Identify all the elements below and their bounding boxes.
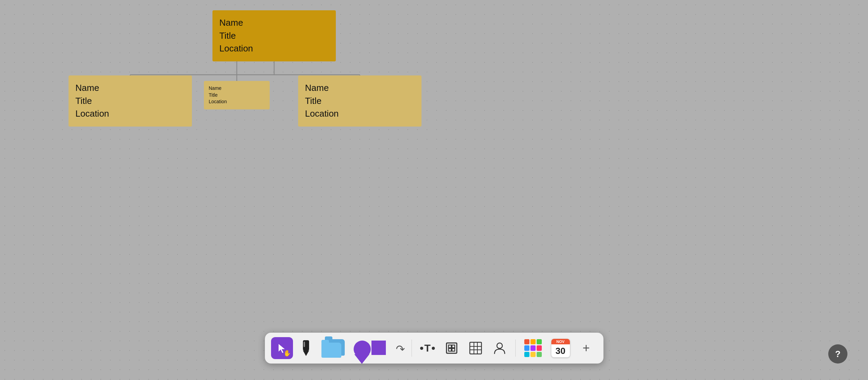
app-dot-9	[537, 352, 542, 357]
frame-icon	[445, 342, 458, 354]
folder-stack-icon	[321, 338, 348, 358]
org-node-center[interactable]: Name Title Location	[204, 81, 270, 109]
triangle-shape-icon	[354, 354, 369, 364]
connector-lines	[0, 0, 868, 380]
org-node-left[interactable]: Name Title Location	[69, 75, 192, 127]
svg-rect-13	[304, 342, 305, 347]
node-right-name: Name	[305, 82, 415, 95]
table-icon	[469, 342, 482, 355]
calendar-tool[interactable]: NOV 30	[548, 337, 573, 359]
apps-grid-icon	[524, 339, 542, 357]
pointer-tool[interactable]: ✋	[271, 337, 293, 359]
person-icon	[493, 342, 506, 355]
org-node-root[interactable]: Name Title Location	[212, 10, 336, 61]
svg-marker-12	[303, 351, 309, 356]
square-shape-icon	[371, 341, 386, 355]
node-left-location: Location	[75, 107, 185, 120]
node-root-title: Title	[219, 29, 329, 43]
node-left-title: Title	[75, 95, 185, 108]
shapes-tool[interactable]: ↷	[352, 337, 407, 359]
app-dot-3	[537, 339, 542, 344]
svg-rect-18	[452, 348, 455, 351]
svg-rect-15	[449, 345, 451, 348]
node-root-location: Location	[219, 42, 329, 55]
add-tool[interactable]: +	[575, 337, 597, 359]
table-tool[interactable]	[465, 337, 487, 359]
app-dot-2	[530, 339, 536, 344]
folder-front-icon	[321, 343, 341, 358]
svg-rect-19	[470, 342, 481, 354]
divider-1	[412, 340, 412, 357]
app-dot-1	[524, 339, 529, 344]
node-center-title: Title	[209, 92, 265, 99]
pen-tool[interactable]	[295, 337, 317, 359]
folders-tool[interactable]	[319, 337, 350, 359]
hand-icon: ✋	[283, 349, 291, 357]
divider-2	[515, 340, 516, 357]
t-letter: T	[424, 342, 430, 354]
shapes-icon: ↷	[354, 338, 405, 358]
app-dot-8	[530, 352, 536, 357]
canvas: Name Title Location Name Title Location …	[0, 0, 868, 380]
app-dot-7	[524, 352, 529, 357]
person-tool[interactable]	[489, 337, 511, 359]
frame-tool[interactable]	[441, 337, 463, 359]
text-icon: T	[420, 342, 435, 354]
dot2-icon	[432, 347, 435, 350]
calendar-date: 30	[551, 344, 570, 357]
node-right-location: Location	[305, 107, 415, 120]
app-dot-6	[537, 345, 542, 351]
help-label: ?	[835, 349, 841, 359]
text-tool[interactable]: T	[417, 337, 439, 359]
svg-point-24	[497, 343, 502, 348]
node-root-name: Name	[219, 16, 329, 29]
plus-icon: +	[583, 342, 590, 354]
app-dot-4	[524, 345, 529, 351]
app-dot-5	[530, 345, 536, 351]
calendar-header: NOV	[551, 339, 570, 344]
calendar-icon: NOV 30	[551, 339, 570, 357]
node-center-name: Name	[209, 85, 265, 92]
toolbar: ✋	[265, 333, 603, 364]
node-left-name: Name	[75, 82, 185, 95]
svg-rect-16	[452, 345, 455, 348]
apps-tool[interactable]	[521, 337, 546, 359]
node-right-title: Title	[305, 95, 415, 108]
help-button[interactable]: ?	[828, 344, 847, 364]
node-center-location: Location	[209, 98, 265, 105]
svg-rect-17	[449, 348, 451, 351]
redo-icon: ↷	[396, 343, 405, 356]
dot-icon	[420, 347, 423, 350]
org-node-right[interactable]: Name Title Location	[298, 75, 421, 127]
pen-icon	[299, 340, 313, 357]
